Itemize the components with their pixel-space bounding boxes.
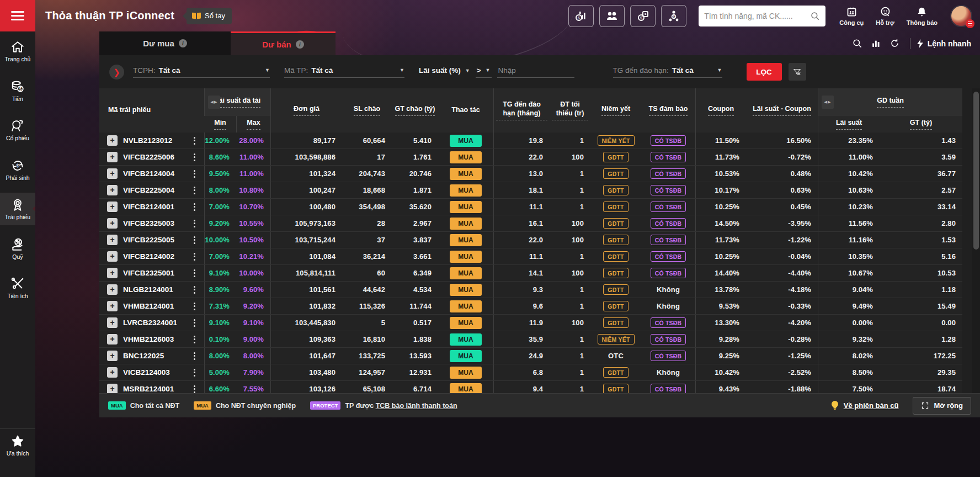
sidebar-item-money[interactable]: $ Tiền [0,75,35,107]
col-price[interactable]: Đơn giá [270,88,342,132]
expand-row-button[interactable]: + [107,384,118,393]
buy-button[interactable]: MUA [450,251,482,263]
buy-button[interactable]: MUA [450,367,482,379]
row-menu-button[interactable] [191,168,198,180]
buy-button[interactable]: MUA [450,201,482,213]
buy-button[interactable]: MUA [450,184,482,197]
col-rate-coupon[interactable]: Lãi suất - Coupon [746,88,818,132]
buy-button[interactable]: MUA [450,350,482,362]
bond-code-dropdown[interactable]: Mã TP: Tất cả ▼ [284,66,404,78]
buy-button[interactable]: MUA [450,317,482,329]
col-min-invest[interactable]: ĐT tối thiểu (tr) [550,88,590,132]
expand-row-button[interactable]: + [107,218,118,229]
search-icon[interactable] [810,11,820,21]
tab-du-mua[interactable]: Dư mua i [99,31,231,55]
clear-filter-button[interactable] [789,63,806,81]
user-avatar[interactable] [950,5,972,27]
old-version-link[interactable]: Về phiên bản cũ [844,401,899,410]
expand-row-button[interactable]: + [107,235,118,245]
chart-view-button[interactable] [867,34,886,53]
col-collateral[interactable]: TS đảm bảo [641,88,695,132]
col-min[interactable]: Min [204,116,236,132]
referral-icon[interactable]: $ [661,5,686,27]
col-qty[interactable]: SL chào [342,88,392,132]
expand-row-button[interactable]: + [107,367,118,378]
expand-row-button[interactable]: + [107,152,118,162]
row-menu-button[interactable] [191,234,198,246]
hamburger-menu-button[interactable] [0,0,35,31]
maturity-dropdown[interactable]: TG đến đáo hạn: Tất cả ▼ [613,66,722,78]
collapse-filters-button[interactable]: ❯ [109,65,124,80]
row-menu-button[interactable] [191,218,198,230]
expand-row-button[interactable]: + [107,301,118,311]
scrollbar-thumb[interactable] [973,92,979,250]
row-menu-button[interactable] [191,201,198,213]
expand-row-button[interactable]: + [107,284,118,295]
sidebar-item-bonds[interactable]: Trái phiếu [0,193,35,225]
row-menu-button[interactable] [191,284,198,296]
sidebar-item-utilities[interactable]: Tiện ích [0,272,35,304]
buy-button[interactable]: MUA [450,135,482,147]
refresh-button[interactable] [886,34,904,53]
col-coupon[interactable]: Coupon [695,88,746,132]
filter-apply-button[interactable]: LỌC [747,63,782,81]
support-menu-button[interactable]: Hỗ trợ [876,6,894,26]
col-maturity[interactable]: TG đến đáo hạn (tháng) [493,88,550,132]
expand-row-button[interactable]: + [107,268,118,278]
expand-row-button[interactable]: + [107,317,118,328]
col-group-rate[interactable]: ◀▶ Lãi suất đã tái [204,88,270,116]
row-menu-button[interactable] [191,367,198,379]
buy-button[interactable]: MUA [450,151,482,163]
row-menu-button[interactable] [191,251,198,263]
sidebar-item-stocks[interactable]: Cổ phiếu [0,114,35,146]
col-week-value[interactable]: GT (tỷ) [880,116,962,132]
expand-row-button[interactable]: + [107,168,118,179]
col-listing[interactable]: Niêm yết [590,88,641,132]
rate-field-dropdown[interactable]: Lãi suất (%) ▼ [419,66,470,77]
expand-row-button[interactable]: + [107,185,118,195]
sidebar-item-home[interactable]: Trang chủ [0,35,35,67]
expand-view-button[interactable]: Mở rộng [913,397,971,415]
row-menu-button[interactable] [191,151,198,163]
notifications-menu-button[interactable]: Thông báo [907,6,938,26]
sidebar-item-favorites[interactable]: Ưa thích [0,428,35,462]
buy-button[interactable]: MUA [450,300,482,312]
expand-row-button[interactable]: + [107,135,118,146]
tcb-guarantee-link[interactable]: TCB bảo lãnh thanh toán [376,402,457,410]
col-week-rate[interactable]: Lãi suất [818,116,880,132]
search-bonds-button[interactable] [848,34,867,53]
column-expander-icon[interactable]: ◀▶ [822,96,834,109]
money-chart-icon[interactable]: $ [568,5,594,27]
col-max[interactable]: Max [236,116,270,132]
sidebar-item-funds[interactable]: Quỹ [0,232,35,265]
row-menu-button[interactable] [191,300,198,312]
info-icon[interactable]: i [296,40,304,49]
buy-button[interactable]: MUA [450,168,482,180]
expand-row-button[interactable]: + [107,202,118,212]
column-expander-icon[interactable]: ◀▶ [208,96,220,109]
rate-operator-dropdown[interactable]: > ▼ [476,66,492,78]
buy-button[interactable]: MUA [450,234,482,246]
tools-menu-button[interactable]: Công cụ [839,6,864,26]
expand-row-button[interactable]: + [107,351,118,361]
row-menu-button[interactable] [191,350,198,362]
money-video-icon[interactable]: $ [630,5,656,27]
rate-value-input[interactable] [497,66,574,78]
issuer-dropdown[interactable]: TCPH: Tất cả ▼ [133,66,270,78]
buy-button[interactable]: MUA [450,333,482,346]
vertical-scrollbar[interactable] [972,88,980,393]
buy-button[interactable]: MUA [450,284,482,296]
handbook-button[interactable]: Sổ tay [187,8,232,24]
row-menu-button[interactable] [191,267,198,279]
search-input[interactable] [704,12,810,20]
row-menu-button[interactable] [191,317,198,329]
expand-row-button[interactable]: + [107,251,118,262]
row-menu-button[interactable] [191,333,198,346]
buy-button[interactable]: MUA [450,218,482,230]
col-value[interactable]: GT chào (tỷ) [392,88,438,132]
quick-order-button[interactable]: Lệnh nhanh [916,39,971,49]
buy-button[interactable]: MUA [450,267,482,279]
tab-du-ban[interactable]: Dư bán i [231,31,335,55]
row-menu-button[interactable] [191,135,198,147]
partners-icon[interactable] [599,5,625,27]
